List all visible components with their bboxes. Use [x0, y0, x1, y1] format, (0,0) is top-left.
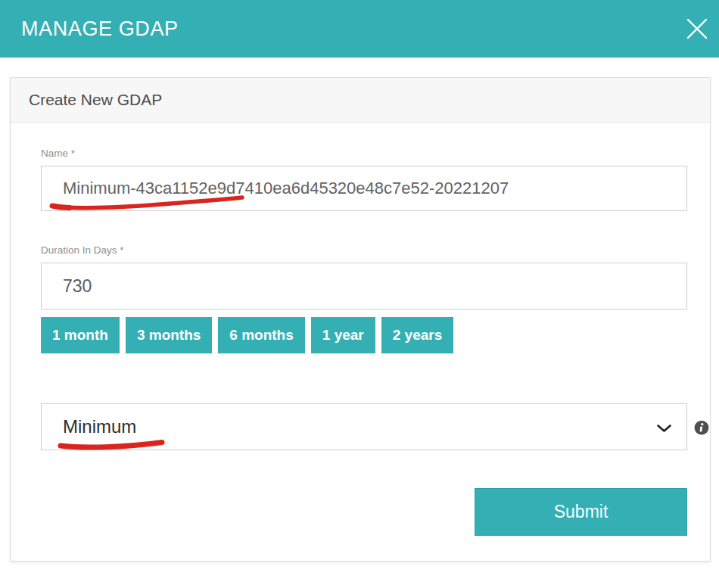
- create-gdap-panel: Create New GDAP Name * Duration In Days …: [10, 77, 711, 562]
- panel-heading: Create New GDAP: [11, 78, 710, 123]
- name-input-wrap: [41, 166, 687, 211]
- submit-button[interactable]: Submit: [475, 488, 687, 536]
- name-label: Name *: [41, 148, 687, 159]
- modal-title: MANAGE GDAP: [21, 17, 179, 41]
- preset-3-months-button[interactable]: 3 months: [126, 317, 212, 353]
- chevron-down-icon: [657, 416, 671, 437]
- preset-1-year-button[interactable]: 1 year: [311, 317, 375, 353]
- info-icon[interactable]: [694, 420, 709, 435]
- name-input[interactable]: [41, 166, 687, 211]
- preset-1-month-button[interactable]: 1 month: [41, 317, 120, 353]
- close-button[interactable]: [680, 12, 714, 47]
- permission-dropdown[interactable]: Minimum: [41, 403, 687, 450]
- duration-field-group: Duration In Days *: [41, 244, 687, 310]
- modal-header: MANAGE GDAP: [0, 0, 719, 58]
- duration-label: Duration In Days *: [41, 244, 687, 256]
- permission-dropdown-row: Minimum: [41, 403, 687, 450]
- duration-input-wrap: [41, 263, 687, 310]
- panel-body: Name * Duration In Days * 1 month 3 mont…: [11, 123, 710, 536]
- permission-dropdown-value: Minimum: [63, 416, 136, 437]
- duration-input[interactable]: [41, 263, 687, 310]
- submit-row: Submit: [41, 488, 687, 536]
- close-icon: [682, 14, 712, 46]
- preset-2-years-button[interactable]: 2 years: [381, 317, 454, 353]
- red-underline-annotation: [56, 439, 170, 450]
- duration-presets: 1 month 3 months 6 months 1 year 2 years: [41, 317, 687, 353]
- preset-6-months-button[interactable]: 6 months: [218, 317, 304, 353]
- name-field-group: Name *: [41, 148, 687, 211]
